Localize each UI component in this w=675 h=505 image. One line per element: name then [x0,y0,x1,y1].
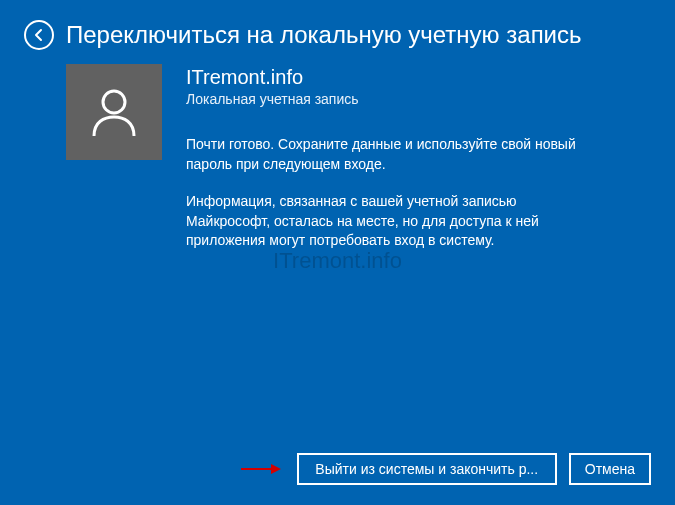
annotation-arrow [241,462,281,476]
info-message: Информация, связанная с вашей учетной за… [186,192,586,251]
arrow-left-icon [31,27,47,43]
account-type-label: Локальная учетная запись [186,91,651,107]
avatar [66,64,162,160]
user-icon [84,82,144,142]
back-button[interactable] [24,20,54,50]
arrow-right-icon [241,462,281,476]
ready-message: Почти готово. Сохраните данные и использ… [186,135,586,174]
svg-marker-2 [271,464,281,474]
svg-point-0 [103,91,125,113]
username-label: ITremont.info [186,66,651,89]
signout-finish-button[interactable]: Выйти из системы и закончить р... [297,453,557,485]
cancel-button[interactable]: Отмена [569,453,651,485]
page-title: Переключиться на локальную учетную запис… [66,21,582,49]
